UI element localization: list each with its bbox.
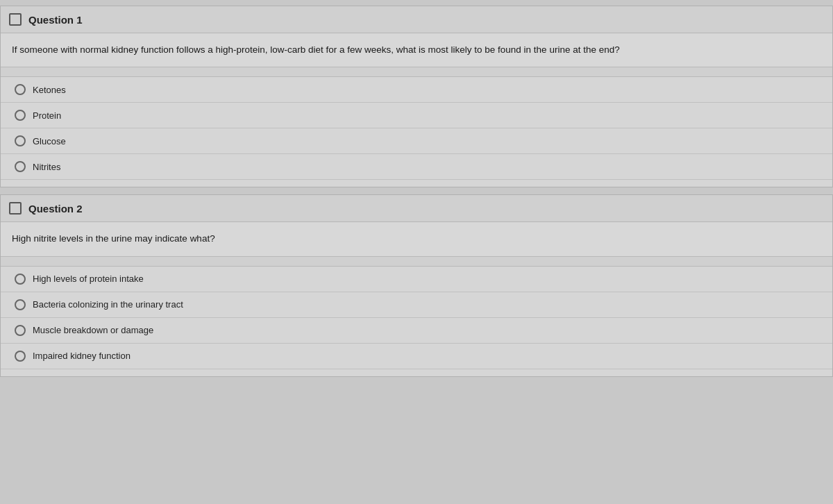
q1-radio-1[interactable] — [15, 110, 26, 121]
q1-option-2[interactable]: Glucose — [1, 128, 832, 154]
q2-radio-2[interactable] — [15, 325, 26, 336]
question-1-header: Question 1 — [1, 6, 832, 33]
question-2-body: High nitrite levels in the urine may ind… — [1, 222, 832, 376]
q2-option-3-label: Impaired kidney function — [33, 351, 131, 361]
question-2-block: Question 2 High nitrite levels in the ur… — [0, 194, 833, 376]
question-1-spacer — [1, 67, 832, 77]
q2-option-2-label: Muscle breakdown or damage — [33, 325, 153, 335]
q1-option-1[interactable]: Protein — [1, 103, 832, 128]
q1-option-1-label: Protein — [33, 110, 61, 121]
question-2-spacer — [1, 257, 832, 267]
q1-option-0-label: Ketones — [33, 85, 66, 95]
q2-bottom-spacer — [1, 369, 832, 376]
q1-radio-0[interactable] — [15, 84, 26, 95]
question-2-text: High nitrite levels in the urine may ind… — [1, 222, 832, 256]
q2-radio-0[interactable] — [15, 274, 26, 285]
q1-radio-3[interactable] — [15, 161, 26, 172]
question-2-icon — [9, 202, 22, 215]
q1-bottom-spacer — [1, 180, 832, 187]
q2-option-3[interactable]: Impaired kidney function — [1, 344, 832, 369]
q2-radio-3[interactable] — [15, 351, 26, 362]
q2-radio-1[interactable] — [15, 299, 26, 310]
q2-option-1-label: Bacteria colonizing in the urinary tract — [33, 299, 183, 310]
question-1-body: If someone with normal kidney function f… — [1, 33, 832, 187]
page-container: Question 1 If someone with normal kidney… — [0, 0, 833, 504]
question-1-icon — [9, 13, 22, 26]
q2-option-0-label: High levels of protein intake — [33, 274, 144, 284]
question-2-header: Question 2 — [1, 195, 832, 222]
q1-option-2-label: Glucose — [33, 136, 66, 146]
q1-option-3-label: Nitrites — [33, 162, 60, 172]
q2-option-0[interactable]: High levels of protein intake — [1, 267, 832, 292]
question-2-title: Question 2 — [28, 203, 83, 215]
q2-option-1[interactable]: Bacteria colonizing in the urinary tract — [1, 292, 832, 318]
q2-option-2[interactable]: Muscle breakdown or damage — [1, 318, 832, 344]
q1-option-3[interactable]: Nitrites — [1, 154, 832, 180]
question-1-text: If someone with normal kidney function f… — [1, 33, 832, 67]
q1-option-0[interactable]: Ketones — [1, 77, 832, 103]
question-1-block: Question 1 If someone with normal kidney… — [0, 6, 833, 187]
q1-radio-2[interactable] — [15, 135, 26, 146]
question-1-title: Question 1 — [28, 14, 83, 26]
